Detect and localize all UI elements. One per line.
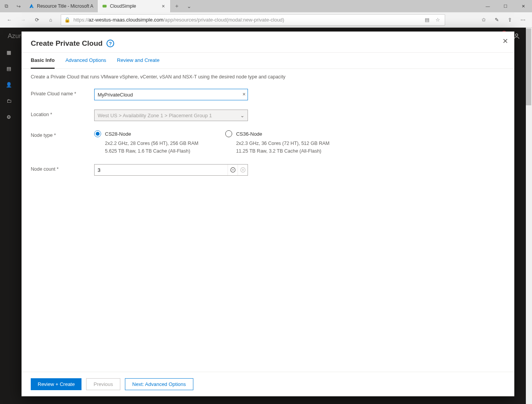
- page-scrollbar[interactable]: [526, 28, 532, 404]
- browser-titlebar: ⧉ ↪ Resource Title - Microsoft A CloudSi…: [0, 0, 532, 12]
- radio-icon[interactable]: [94, 130, 101, 137]
- nav-home-button[interactable]: ⌂: [45, 14, 57, 26]
- review-create-button[interactable]: Review + Create: [31, 378, 81, 390]
- nodetype-spec-line: 2x2.3 GHz, 36 Cores (72 HT), 512 GB RAM: [236, 140, 329, 147]
- app-background: Azure VMware Solutions by CloudSimple 1 …: [0, 28, 532, 404]
- rail-folder-icon[interactable]: 🗀: [4, 96, 13, 105]
- url-input[interactable]: 🔒 https://az-westus-maas.cloudsimple.com…: [61, 14, 445, 26]
- radio-label: CS36-Node: [236, 131, 262, 137]
- lock-icon: 🔒: [64, 17, 70, 23]
- browser-tab-inactive[interactable]: Resource Title - Microsoft A: [25, 0, 98, 12]
- window-maximize-button[interactable]: ☐: [497, 0, 514, 12]
- tab-menu-button[interactable]: ⌄: [183, 3, 195, 9]
- nodetype-spec-line: 5.625 TB Raw, 1.6 TB Cache (All-Flash): [105, 147, 198, 155]
- radio-label: CS28-Node: [105, 131, 131, 137]
- reader-mode-icon[interactable]: ▤: [423, 17, 431, 23]
- input-clear-icon[interactable]: ×: [243, 91, 246, 97]
- tab-close-icon[interactable]: ×: [160, 3, 166, 9]
- previous-button: Previous: [86, 378, 120, 390]
- nodetype-spec-line: 11.25 TB Raw, 3.2 TB Cache (All-Flash): [236, 147, 329, 155]
- browser-tab-active[interactable]: CloudSimple ×: [98, 0, 171, 12]
- modal-close-button[interactable]: ✕: [502, 37, 508, 45]
- new-tab-button[interactable]: ＋: [171, 3, 183, 10]
- url-text: https://az-westus-maas.cloudsimple.com/a…: [73, 17, 420, 23]
- rail-settings-icon[interactable]: ⚙: [4, 112, 13, 121]
- node-count-stepper: [94, 164, 248, 176]
- nav-forward-button: →: [17, 14, 29, 26]
- tab-title: Resource Title - Microsoft A: [37, 3, 93, 9]
- left-nav-rail: ▦ ▤ 👤 🗀 ⚙: [0, 45, 18, 404]
- rail-dashboard-icon[interactable]: ▦: [4, 48, 13, 57]
- svg-rect-0: [103, 5, 107, 8]
- tab-review-create[interactable]: Review and Create: [117, 53, 160, 68]
- stepper-increment-button[interactable]: [238, 165, 248, 175]
- private-cloud-name-input[interactable]: [94, 89, 248, 100]
- nodecount-label: Node count *: [31, 164, 94, 172]
- bookmark-star-icon[interactable]: ☆: [434, 17, 442, 23]
- modal-tab-bar: Basic Info Advanced Options Review and C…: [22, 53, 514, 69]
- radio-icon[interactable]: [225, 130, 232, 137]
- modal-description: Create a Private Cloud that runs VMware …: [31, 74, 505, 80]
- browser-address-bar: ← → ⟳ ⌂ 🔒 https://az-westus-maas.cloudsi…: [0, 12, 532, 28]
- name-label: Private Cloud name *: [31, 89, 94, 96]
- tab-title: CloudSimple: [110, 3, 158, 9]
- chevron-down-icon: ⌄: [240, 113, 244, 118]
- tab-basic-info[interactable]: Basic Info: [31, 53, 55, 69]
- nodetype-option-cs36[interactable]: CS36-Node 2x2.3 GHz, 36 Cores (72 HT), 5…: [225, 130, 329, 155]
- next-advanced-button[interactable]: Next: Advanced Options: [125, 378, 193, 390]
- rail-grid-icon[interactable]: ▤: [4, 64, 13, 73]
- favorites-icon[interactable]: ✩: [477, 14, 490, 26]
- nodetype-option-cs28[interactable]: CS28-Node 2x2.2 GHz, 28 Cores (56 HT), 2…: [94, 130, 198, 155]
- node-count-input[interactable]: [95, 165, 228, 175]
- modal-footer: Review + Create Previous Next: Advanced …: [22, 372, 514, 396]
- location-select[interactable]: West US > Availability Zone 1 > Placemen…: [94, 110, 248, 121]
- window-icon-1[interactable]: ⧉: [0, 3, 12, 9]
- modal-help-icon[interactable]: ?: [106, 40, 114, 47]
- svg-point-7: [515, 34, 518, 36]
- window-close-button[interactable]: ✕: [514, 0, 532, 12]
- window-icon-2[interactable]: ↪: [12, 3, 25, 9]
- window-minimize-button[interactable]: —: [479, 0, 497, 12]
- share-icon[interactable]: ⇪: [504, 14, 516, 26]
- nodetype-label: Node type *: [31, 130, 94, 138]
- modal-title: Create Private Cloud: [31, 39, 103, 48]
- notes-icon[interactable]: ✎: [490, 14, 503, 26]
- location-value: West US > Availability Zone 1 > Placemen…: [98, 113, 212, 118]
- nodetype-spec-line: 2x2.2 GHz, 28 Cores (56 HT), 256 GB RAM: [105, 140, 198, 147]
- scrollbar-thumb[interactable]: [526, 28, 531, 105]
- rail-user-icon[interactable]: 👤: [4, 80, 13, 89]
- create-private-cloud-modal: Create Private Cloud ? ✕ Basic Info Adva…: [22, 32, 514, 396]
- location-label: Location *: [31, 110, 94, 117]
- stepper-decrement-button[interactable]: [228, 165, 238, 175]
- azure-favicon-icon: [28, 3, 35, 9]
- tab-advanced-options[interactable]: Advanced Options: [65, 53, 106, 68]
- more-icon[interactable]: ⋯: [517, 14, 529, 26]
- cloudsimple-favicon-icon: [101, 3, 108, 9]
- nav-refresh-button[interactable]: ⟳: [31, 14, 43, 26]
- nav-back-button[interactable]: ←: [3, 14, 15, 26]
